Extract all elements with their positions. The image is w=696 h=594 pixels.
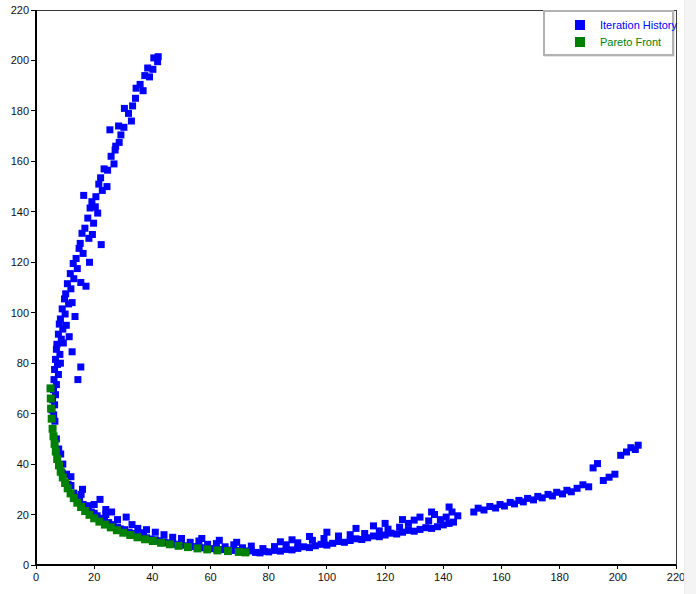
data-point-pareto-front	[47, 405, 55, 413]
data-point-iteration-history	[198, 535, 205, 542]
legend-label: Pareto Front	[600, 36, 661, 48]
data-point-iteration-history	[454, 512, 461, 519]
data-point-iteration-history	[216, 537, 223, 544]
data-point-iteration-history	[353, 525, 360, 532]
data-point-iteration-history	[86, 259, 93, 266]
data-point-iteration-history	[289, 536, 296, 543]
y-tick-label: 20	[17, 509, 29, 521]
data-point-iteration-history	[63, 322, 70, 329]
window-edge-strip	[684, 0, 696, 594]
data-point-iteration-history	[108, 509, 115, 516]
data-point-pareto-front	[52, 448, 60, 456]
y-tick-label: 60	[17, 408, 29, 420]
data-point-iteration-history	[152, 529, 159, 536]
data-point-iteration-history	[114, 516, 121, 523]
y-tick-label: 40	[17, 458, 29, 470]
data-point-iteration-history	[169, 534, 176, 541]
y-tick-label: 100	[11, 307, 29, 319]
data-point-iteration-history	[178, 535, 185, 542]
data-point-iteration-history	[69, 299, 76, 306]
pareto-front-marker-icon	[575, 37, 585, 47]
legend-item-iteration-history: Iteration History	[545, 18, 672, 32]
data-point-iteration-history	[370, 522, 377, 529]
data-point-pareto-front	[214, 546, 222, 554]
data-point-iteration-history	[382, 520, 389, 527]
x-tick-label: 60	[204, 571, 216, 583]
data-point-iteration-history	[594, 460, 601, 467]
data-point-iteration-history	[101, 165, 108, 172]
data-point-iteration-history	[323, 529, 330, 536]
data-point-iteration-history	[635, 442, 642, 449]
data-point-iteration-history	[347, 531, 354, 538]
data-point-iteration-history	[428, 509, 435, 516]
data-point-pareto-front	[47, 384, 55, 392]
data-point-iteration-history	[117, 131, 124, 138]
data-point-iteration-history	[89, 231, 96, 238]
y-tick-label: 160	[11, 155, 29, 167]
data-point-iteration-history	[361, 530, 368, 537]
y-tick-label: 0	[23, 559, 29, 571]
data-point-iteration-history	[112, 143, 119, 150]
plot-area: 0204060801001201401601802002200204060801…	[0, 0, 696, 594]
chart-legend: Iteration History Pareto Front	[543, 10, 674, 56]
scatter-chart-panel: 0204060801001201401601802002200204060801…	[0, 0, 684, 594]
data-point-iteration-history	[121, 105, 128, 112]
data-point-pareto-front	[50, 432, 58, 440]
data-point-iteration-history	[123, 514, 130, 521]
data-point-iteration-history	[72, 313, 79, 320]
data-point-pareto-front	[126, 531, 134, 539]
data-point-pareto-front	[119, 529, 127, 537]
data-point-iteration-history	[106, 126, 113, 133]
data-point-iteration-history	[77, 364, 84, 371]
data-point-iteration-history	[134, 525, 141, 532]
legend-item-pareto-front: Pareto Front	[545, 35, 672, 49]
y-tick-label: 220	[11, 4, 29, 16]
data-point-iteration-history	[94, 210, 101, 217]
data-point-iteration-history	[115, 123, 122, 130]
data-point-pareto-front	[134, 533, 142, 541]
data-point-iteration-history	[98, 241, 105, 248]
data-point-iteration-history	[321, 535, 328, 542]
x-tick-label: 220	[667, 571, 685, 583]
data-point-pareto-front	[242, 548, 250, 556]
y-tick-label: 140	[11, 206, 29, 218]
data-point-iteration-history	[155, 53, 162, 60]
data-point-iteration-history	[259, 545, 266, 552]
x-tick-label: 180	[550, 571, 568, 583]
data-point-iteration-history	[108, 153, 115, 160]
data-point-pareto-front	[149, 537, 157, 545]
data-point-iteration-history	[140, 87, 147, 94]
data-point-pareto-front	[184, 543, 192, 551]
data-point-iteration-history	[143, 526, 150, 533]
data-point-iteration-history	[585, 483, 592, 490]
data-point-pareto-front	[47, 395, 55, 403]
data-point-pareto-front	[224, 547, 232, 555]
data-point-iteration-history	[66, 333, 73, 340]
data-point-pareto-front	[51, 440, 59, 448]
data-point-iteration-history	[133, 85, 140, 92]
data-point-iteration-history	[161, 531, 168, 538]
iteration-history-marker-icon	[575, 20, 585, 30]
data-point-iteration-history	[97, 496, 104, 503]
data-point-iteration-history	[450, 519, 457, 526]
y-tick-label: 120	[11, 256, 29, 268]
data-point-iteration-history	[74, 265, 81, 272]
x-tick-label: 40	[146, 571, 158, 583]
data-point-iteration-history	[97, 174, 104, 181]
data-point-iteration-history	[396, 524, 403, 531]
data-point-iteration-history	[111, 160, 118, 167]
data-point-iteration-history	[128, 118, 135, 125]
x-tick-label: 160	[492, 571, 510, 583]
data-point-iteration-history	[95, 181, 102, 188]
data-point-iteration-history	[70, 275, 77, 282]
data-point-pareto-front	[194, 544, 202, 552]
data-point-iteration-history	[233, 539, 240, 546]
data-point-pareto-front	[166, 540, 174, 548]
data-point-pareto-front	[48, 415, 56, 423]
data-point-iteration-history	[80, 192, 87, 199]
data-point-iteration-history	[399, 516, 406, 523]
x-tick-label: 20	[88, 571, 100, 583]
data-point-iteration-history	[79, 486, 86, 493]
data-point-pareto-front	[141, 535, 149, 543]
data-point-iteration-history	[129, 102, 136, 109]
